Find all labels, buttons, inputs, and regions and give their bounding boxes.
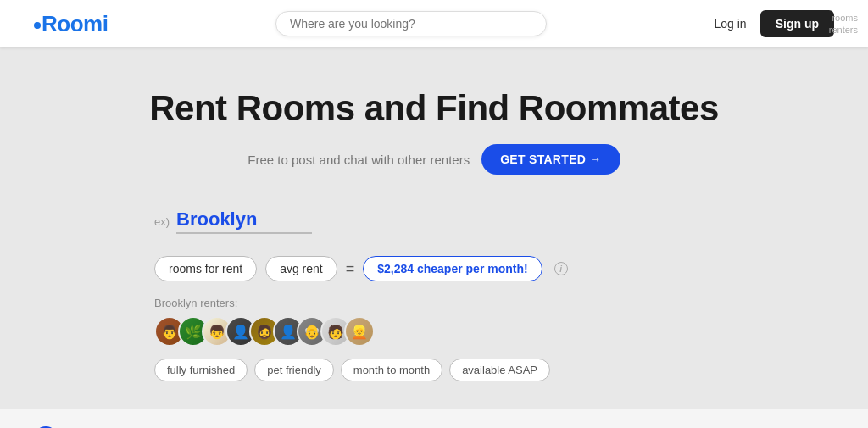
signup-button[interactable]: Sign up xyxy=(760,10,834,37)
get-started-button[interactable]: GET STARTED → xyxy=(481,144,620,175)
example-city: Brooklyn xyxy=(176,208,312,234)
trending-section: ↗ Trending neighborhoods: xyxy=(0,409,868,428)
header-actions: Log in Sign up xyxy=(715,10,834,37)
rooms-for-rent-pill[interactable]: rooms for rent xyxy=(154,256,257,281)
logo-dot-icon xyxy=(34,22,41,29)
search-bar[interactable]: rooms renters xyxy=(275,11,547,36)
logo[interactable]: Roomi xyxy=(34,11,108,37)
savings-pill: $2,284 cheaper per month! xyxy=(363,256,542,281)
tag-month-to-month[interactable]: month to month xyxy=(341,359,442,381)
header: Roomi rooms renters Log in Sign up xyxy=(0,0,868,47)
hero-title: Rent Rooms and Find Roommates xyxy=(34,88,834,129)
tag-available-asap[interactable]: available ASAP xyxy=(449,359,550,381)
tag-fully-furnished[interactable]: fully furnished xyxy=(154,359,248,381)
hero-subtitle: Free to post and chat with other renters xyxy=(248,153,470,167)
example-block: ex) Brooklyn rooms for rent avg rent = $… xyxy=(137,208,731,381)
search-input[interactable] xyxy=(290,17,532,31)
tag-row: fully furnished pet friendly month to mo… xyxy=(154,359,714,381)
search-tag-rooms: rooms xyxy=(832,12,858,24)
search-tag-renters: renters xyxy=(829,24,858,36)
hero-section: Rent Rooms and Find Roommates Free to po… xyxy=(0,47,868,409)
info-icon[interactable]: i xyxy=(554,262,568,275)
search-suggestions: rooms renters xyxy=(829,12,858,36)
avg-rent-pill[interactable]: avg rent xyxy=(265,256,337,281)
tag-pet-friendly[interactable]: pet friendly xyxy=(254,359,334,381)
renters-label: Brooklyn renters: xyxy=(154,297,714,309)
logo-text: Roomi xyxy=(42,11,108,36)
equals-sign: = xyxy=(346,260,355,278)
login-button[interactable]: Log in xyxy=(715,17,747,31)
hero-subtitle-row: Free to post and chat with other renters… xyxy=(34,144,834,175)
pill-row: rooms for rent avg rent = $2,284 cheaper… xyxy=(154,256,714,281)
avatars-row: 👨 🌿 👦 👤 🧔 👤 👴 🧑 xyxy=(154,316,714,347)
ex-label: ex) xyxy=(154,215,170,228)
avatar: 👱 xyxy=(344,316,375,347)
